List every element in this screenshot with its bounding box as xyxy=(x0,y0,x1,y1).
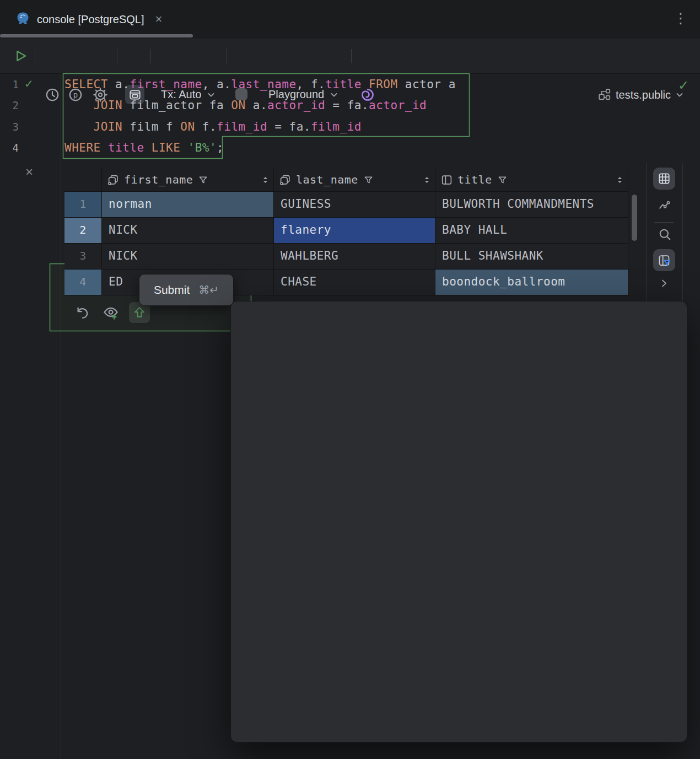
search-icon xyxy=(658,227,672,241)
column-header-title[interactable]: title xyxy=(435,168,628,192)
row-number[interactable]: 4 xyxy=(64,270,102,295)
cell-last_name[interactable]: WAHLBERG xyxy=(274,244,435,270)
sql-line-1: SELECT a.first_name, a.last_name, f.titl… xyxy=(64,74,456,95)
filter-panel-icon xyxy=(658,254,671,267)
chart-view-button[interactable] xyxy=(658,197,672,211)
dml-preview-dialog xyxy=(230,301,687,742)
results-vertical-scrollbar[interactable] xyxy=(632,195,637,241)
sort-arrows-icon[interactable] xyxy=(261,175,270,185)
cell-first_name[interactable]: NICK xyxy=(102,218,274,244)
sql-line-4: WHERE title LIKE 'B%'; xyxy=(64,137,456,158)
tab-title: console [PostgreSQL] xyxy=(37,13,144,26)
grid-icon xyxy=(658,172,671,185)
tab-console-postgresql[interactable]: console [PostgreSQL] × xyxy=(8,4,170,34)
schema-label: tests.public xyxy=(616,89,671,101)
sql-line-2: JOIN film_actor fa ON a.actor_id = fa.ac… xyxy=(64,95,456,116)
console-toolbar: p Tx: Auto Playground tests.public xyxy=(0,39,700,74)
statement-success-check-icon: ✓ xyxy=(24,73,34,94)
line-number: 2 xyxy=(2,95,19,116)
sort-arrows-icon[interactable] xyxy=(422,175,432,185)
column-header-first-name[interactable]: first_name xyxy=(102,168,274,192)
more-options-icon[interactable]: ⋮ xyxy=(674,11,688,25)
column-header-last-name[interactable]: last_name xyxy=(274,168,435,192)
line-number: 4 xyxy=(2,137,19,158)
cell-last_name[interactable]: GUINESS xyxy=(274,192,435,218)
sort-arrows-icon[interactable] xyxy=(615,175,624,185)
toolbar-separator xyxy=(35,49,35,63)
column-name: first_name xyxy=(124,173,193,186)
text-column-icon xyxy=(279,174,291,186)
toolbar-separator xyxy=(150,49,151,63)
chevron-right-icon xyxy=(658,277,670,289)
row-number[interactable]: 2 xyxy=(64,218,102,244)
table-row: 3NICKWAHLBERGBULL SHAWSHANK xyxy=(64,244,628,270)
tab-close-icon[interactable]: × xyxy=(155,13,163,25)
cell-title[interactable]: BULWORTH COMMANDMENTS xyxy=(435,192,628,218)
toolbar-separator xyxy=(351,49,352,63)
sql-line-3: JOIN film f ON f.film_id = fa.film_id xyxy=(64,116,456,137)
schema-icon xyxy=(598,88,611,101)
line-number: 1 xyxy=(2,74,19,95)
grid-header-row: first_name last_name title xyxy=(64,168,628,192)
table-row: 1normanGUINESSBULWORTH COMMANDMENTS xyxy=(64,192,628,218)
filter-funnel-icon[interactable] xyxy=(363,175,374,185)
toolbar-separator xyxy=(117,49,117,63)
cell-title[interactable]: BULL SHAWSHANK xyxy=(435,244,628,270)
postgresql-elephant-icon xyxy=(15,11,30,28)
preview-dml-button[interactable] xyxy=(100,302,121,323)
tooltip-label: Submit xyxy=(154,283,190,297)
cell-title[interactable]: boondock_ballroom xyxy=(435,270,628,295)
filter-funnel-icon[interactable] xyxy=(198,175,208,185)
results-side-toolbar xyxy=(646,163,683,308)
search-button[interactable] xyxy=(658,227,672,241)
gutter-divider xyxy=(61,73,61,759)
sql-editor[interactable]: SELECT a.first_name, a.last_name, f.titl… xyxy=(64,74,456,159)
cell-first_name[interactable]: norman xyxy=(102,192,274,218)
tab-scrollbar[interactable] xyxy=(0,34,193,37)
table-view-button[interactable] xyxy=(653,168,675,190)
filter-funnel-icon[interactable] xyxy=(497,175,508,185)
line-number: 3 xyxy=(2,116,19,137)
row-number[interactable]: 1 xyxy=(64,192,102,218)
strip-divider xyxy=(654,222,674,223)
pending-changes-toolbar xyxy=(72,302,150,323)
results-close-icon[interactable]: × xyxy=(25,165,33,179)
column-name: last_name xyxy=(296,173,358,186)
toolbar-separator xyxy=(227,49,227,63)
chart-icon xyxy=(658,197,672,211)
submit-arrow-icon xyxy=(132,305,147,320)
filter-panel-button[interactable] xyxy=(653,249,675,271)
row-number[interactable]: 3 xyxy=(64,244,102,270)
history-button[interactable] xyxy=(45,87,60,103)
tab-bar: console [PostgreSQL] × ⋮ xyxy=(0,0,700,39)
cell-last_name[interactable]: flanery xyxy=(274,218,435,244)
run-button[interactable] xyxy=(13,49,28,63)
line-end-check-icon: ✓ xyxy=(678,75,689,96)
eye-preview-icon xyxy=(103,304,119,321)
column-icon xyxy=(441,174,453,186)
schema-switcher[interactable]: tests.public xyxy=(598,88,684,101)
cell-title[interactable]: BABY HALL xyxy=(435,218,628,244)
cell-first_name[interactable]: NICK xyxy=(102,244,274,270)
row-number-header xyxy=(64,168,102,192)
revert-changes-button[interactable] xyxy=(72,302,93,323)
text-column-icon xyxy=(107,174,119,186)
undo-icon xyxy=(74,305,90,320)
tooltip-shortcut: ⌘↵ xyxy=(198,283,219,297)
app-window: console [PostgreSQL] × ⋮ p Tx: Auto xyxy=(0,0,700,759)
column-name: title xyxy=(457,173,492,186)
table-row: 2NICKflaneryBABY HALL xyxy=(64,218,628,244)
expand-strip-chevron[interactable] xyxy=(658,277,670,289)
cell-last_name[interactable]: CHASE xyxy=(274,270,435,295)
submit-tooltip: Submit ⌘↵ xyxy=(139,274,234,306)
